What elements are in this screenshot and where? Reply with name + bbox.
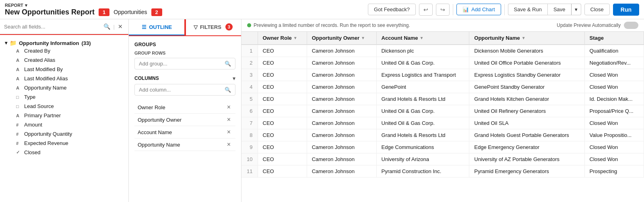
field-type-num-icon: # [16,122,21,127]
update-preview-toggle[interactable] [624,22,638,29]
table-row[interactable]: 4 CEO Cameron Johnson GenePoint GenePoin… [242,81,644,93]
table-row[interactable]: 5 CEO Cameron Johnson Grand Hotels & Res… [242,93,644,105]
field-lead-source[interactable]: □ Lead Source [5,102,124,111]
field-type-check-icon: □ [16,95,21,100]
table-row[interactable]: 1 CEO Cameron Johnson Dickenson plc Dick… [242,45,644,57]
col-header-account-name[interactable]: Account Name ▼ [376,32,469,45]
report-dropdown-icon[interactable]: ▾ [25,3,27,8]
remove-opp-name-button[interactable]: × [225,141,232,148]
table-row[interactable]: 10 CEO Cameron Johnson University of Ari… [242,153,644,165]
col-header-stage[interactable]: Stage [584,32,644,45]
column-list: Owner Role × Opportunity Owner × Account… [134,101,235,151]
table-row[interactable]: 6 CEO Cameron Johnson United Oil & Gas C… [242,105,644,117]
table-row[interactable]: 7 CEO Cameron Johnson United Oil & Gas C… [242,117,644,129]
cell-opp-owner: Cameron Johnson [307,81,376,93]
table-row[interactable]: 11 CEO Cameron Johnson Pyramid Construct… [242,165,644,178]
cell-opp-name: Edge Emergency Generator [469,141,584,153]
field-opp-quantity[interactable]: # Opportunity Quantity [5,129,124,139]
cell-owner-role: CEO [258,129,307,141]
save-run-button[interactable]: Save & Run [508,4,547,15]
save-button[interactable]: Save [547,4,571,15]
clear-search-button[interactable]: ✕ [116,22,124,31]
field-created-alias[interactable]: A Created Alias [5,55,124,65]
table-row[interactable]: 2 CEO Cameron Johnson United Oil & Gas C… [242,57,644,69]
field-created-by[interactable]: A Created By [5,46,124,55]
row-num: 10 [242,153,258,165]
feedback-button[interactable]: Got Feedback? [368,4,416,15]
add-column-field[interactable] [139,87,222,93]
cell-owner-role: CEO [258,69,307,81]
cell-opp-owner: Cameron Johnson [307,153,376,165]
table-row[interactable]: 8 CEO Cameron Johnson Grand Hotels & Res… [242,129,644,141]
cell-account-name: Express Logistics and Transport [376,69,469,81]
field-type-text-icon: A [16,67,21,72]
field-type-num-icon: # [16,141,21,146]
undo-button[interactable]: ↩ [419,4,433,16]
cell-opp-owner: Cameron Johnson [307,165,376,178]
field-amount[interactable]: # Amount [5,120,124,129]
remove-opp-owner-button[interactable]: × [225,116,232,123]
breadcrumb-badge-num: 1 [103,9,105,15]
cell-opp-owner: Cameron Johnson [307,129,376,141]
cell-owner-role: CEO [258,105,307,117]
remove-account-name-button[interactable]: × [225,129,232,136]
preview-message: Previewing a limited number of records. … [254,22,410,28]
column-name: Account Name [138,129,225,135]
save-dropdown-button[interactable]: ▾ [571,4,581,15]
columns-options-icon[interactable]: ▾ [233,75,235,82]
cell-account-name: Grand Hotels & Resorts Ltd [376,129,469,141]
tab-filters[interactable]: ▽ FILTERS 3 [185,19,242,35]
columns-title: Columns [134,75,159,81]
col-header-opp-name[interactable]: Opportunity Name ▼ [469,32,584,45]
group-count: (33) [81,40,91,46]
cell-opp-name: Pyramid Emergency Generators [469,165,584,178]
field-label: Type [24,94,35,100]
cell-stage: Negotiation/Rev... [584,57,644,69]
cell-opp-name: GenePoint Standby Generator [469,81,584,93]
field-label: Closed [24,149,40,155]
redo-button[interactable]: ↪ [436,4,450,16]
sidebar-group-header[interactable]: ▾ 📁 Opportunity Information (33) [5,40,124,46]
tab-outline[interactable]: ☰ OUTLINE [129,19,185,35]
field-type-text-icon: A [16,76,21,81]
field-label: Created By [24,48,50,54]
field-last-modified-alias[interactable]: A Last Modified Alias [5,74,124,83]
field-opportunity-name[interactable]: A Opportunity Name [5,83,124,92]
col-header-opp-owner[interactable]: Opportunity Owner ▼ [307,32,376,45]
table-row[interactable]: 3 CEO Cameron Johnson Express Logistics … [242,69,644,81]
add-chart-button[interactable]: 📊 Add Chart [456,4,501,15]
cell-account-name: University of Arizona [376,153,469,165]
search-icon-btn[interactable]: 🔍 [102,22,112,31]
col-header-owner-role[interactable]: Owner Role ▼ [258,32,307,45]
cell-opp-owner: Cameron Johnson [307,105,376,117]
filters-label: FILTERS [200,24,221,30]
col-label: Opportunity Name [474,35,520,41]
field-expected-revenue[interactable]: # Expected Revenue [5,139,124,148]
close-button[interactable]: Close [584,4,610,15]
cell-opp-name: University of AZ Portable Generators [469,153,584,165]
data-table-wrapper: Owner Role ▼ Opportunity Owner ▼ [242,32,644,202]
field-last-modified-by[interactable]: A Last Modified By [5,65,124,74]
main-area: 🔍 | ✕ ▾ 📁 Opportunity Information (33) A [0,19,644,202]
col-label: Opportunity Owner [312,35,359,41]
cell-account-name: Dickenson plc [376,45,469,57]
remove-owner-role-button[interactable]: × [225,104,232,111]
table-row[interactable]: 9 CEO Cameron Johnson Edge Communication… [242,141,644,153]
add-group-field[interactable] [139,61,222,67]
column-name: Opportunity Name [138,142,225,148]
column-item-owner-role: Owner Role × [134,101,235,114]
search-input[interactable] [4,24,100,30]
groups-title: Groups [134,42,235,47]
run-button[interactable]: Run [613,4,639,16]
field-type[interactable]: □ Type [5,92,124,102]
add-column-input[interactable]: 🔍 [134,84,235,96]
field-primary-partner[interactable]: A Primary Partner [5,111,124,120]
field-type-text-icon: A [16,113,21,118]
cell-owner-role: CEO [258,117,307,129]
field-label: Opportunity Name [24,85,67,91]
field-closed[interactable]: ✓ Closed [5,148,124,157]
add-group-input[interactable]: 🔍 [134,58,235,69]
field-label: Last Modified Alias [24,75,68,82]
cell-owner-role: CEO [258,141,307,153]
cell-opp-name: Grand Hotels Kitchen Generator [469,93,584,105]
